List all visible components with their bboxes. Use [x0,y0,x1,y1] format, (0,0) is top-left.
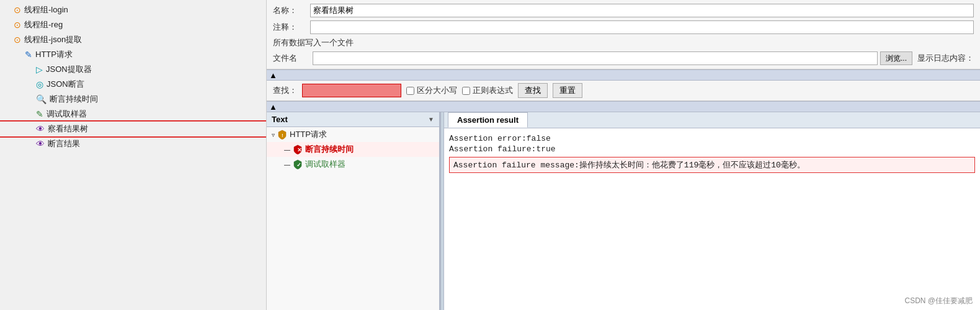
write-all-label: 所有数据写入一个文件 [273,37,354,48]
sidebar-item-http-request[interactable]: ✎ HTTP请求 [0,47,266,62]
case-sensitive-label: 区分大小写 [417,85,457,96]
view-results-icon: 👁 [36,124,45,134]
tree-panel: Text ▼ ▿ ! HTTP请求 — [267,112,440,310]
http-request-icon: ✎ [25,50,32,60]
thread-group-icon: ⊙ [14,35,21,45]
assertion-result-tab[interactable]: Assertion result [448,112,528,128]
sidebar-item-debug-sampler[interactable]: ✎ 调试取样器 [0,107,266,122]
svg-text:!: ! [282,133,283,138]
search-label: 查找： [273,85,297,96]
json-extractor-icon: ▷ [36,64,43,74]
tree-node-http-request[interactable]: ▿ ! HTTP请求 [267,127,439,142]
name-row: 名称： [273,4,974,17]
expand-icon: — [284,146,290,153]
sidebar-label: 断言结果 [48,138,80,149]
arrow-icon-2: ▲ [269,102,277,112]
success-badge: ✓ [293,159,303,169]
thread-group-icon: ⊙ [14,5,21,15]
sidebar-label: 察看结果树 [48,123,88,135]
result-panel: Assertion result Assertion error:false A… [444,112,980,310]
sidebar-label: 调试取样器 [47,108,87,120]
thread-group-icon: ⊙ [14,20,21,30]
sidebar-item-xian-cheng-zu-login[interactable]: ⊙ 线程组-login [0,2,266,17]
sidebar-item-xian-cheng-zu-json[interactable]: ⊙ 线程组-json提取 [0,32,266,47]
section-arrow-1[interactable]: ▲ [267,69,980,81]
comment-input[interactable] [310,20,974,34]
result-content: Assertion error:false Assertion failure:… [444,128,980,310]
json-assert-icon: ◎ [36,79,43,89]
result-line-3: Assertion failure message:操作持续太长时间：他花费了1… [449,157,975,173]
file-row: 文件名 浏览... 显示日志内容： [273,51,974,65]
write-all-row: 所有数据写入一个文件 [273,37,974,48]
expand-icon: ▿ [272,131,275,138]
tree-panel-header: Text ▼ [267,112,439,127]
sidebar-label: 线程组-json提取 [24,34,82,45]
search-input[interactable] [302,84,401,97]
name-label: 名称： [273,5,310,16]
regex-checkbox[interactable] [462,87,470,95]
sort-icon: ▼ [428,116,434,123]
name-input[interactable] [310,4,974,17]
shield-error-icon: ✕ [293,144,303,154]
tree-node-assert-duration[interactable]: — ✕ 断言持续时间 [267,142,439,157]
find-button[interactable]: 查找 [518,83,548,98]
result-line-2: Assertion failure:true [449,144,975,154]
sidebar-item-json-extractor[interactable]: ▷ JSON提取器 [0,62,266,77]
sidebar-label: 线程组-reg [24,19,63,30]
shield-warning-icon: ! [277,130,287,140]
svg-text:✕: ✕ [297,147,302,153]
result-line-1: Assertion error:false [449,133,975,144]
sidebar-label: HTTP请求 [35,49,73,60]
sidebar-label: 断言持续时间 [50,94,98,105]
svg-text:✓: ✓ [296,162,301,168]
warning-badge: ! [277,130,287,140]
arrow-icon: ▲ [269,71,277,80]
sidebar-item-assert-duration[interactable]: 🔍 断言持续时间 [0,92,266,107]
error-badge: ✕ [293,144,303,154]
content-area: Text ▼ ▿ ! HTTP请求 — [267,112,980,310]
shield-success-icon: ✓ [293,159,303,169]
debug-sampler-label: 调试取样器 [305,159,345,170]
file-input[interactable] [313,51,878,65]
case-sensitive-checkbox[interactable] [406,87,414,95]
assert-duration-icon: 🔍 [36,94,47,104]
result-tab-bar: Assertion result [444,112,980,128]
sidebar-item-xian-cheng-zu-reg[interactable]: ⊙ 线程组-reg [0,17,266,32]
section-arrow-2[interactable]: ▲ [267,101,980,112]
expand-icon: — [284,161,290,168]
sidebar-item-json-assert[interactable]: ◎ JSON断言 [0,77,266,92]
browse-button[interactable]: 浏览... [880,51,912,65]
case-sensitive-group: 区分大小写 [406,85,457,96]
assert-result-icon: 👁 [36,139,45,149]
reset-button[interactable]: 重置 [553,83,582,98]
regex-label: 正则表达式 [473,85,513,96]
show-log-label: 显示日志内容： [917,53,974,64]
tree-panel-title: Text [272,115,288,124]
file-label: 文件名 [273,53,310,64]
http-request-label: HTTP请求 [290,129,327,140]
sidebar-label: JSON断言 [47,79,84,90]
assert-duration-label: 断言持续时间 [305,144,354,155]
debug-sampler-icon: ✎ [36,109,43,119]
main-panel: 名称： 注释： 所有数据写入一个文件 文件名 浏览... 显示日志内容： ▲ 查… [267,0,980,310]
sidebar-item-assert-result[interactable]: 👁 断言结果 [0,136,266,151]
watermark: CSDN @佳佳要减肥 [904,296,973,306]
form-section: 名称： 注释： 所有数据写入一个文件 文件名 浏览... 显示日志内容： [267,0,980,69]
search-bar: 查找： 区分大小写 正则表达式 查找 重置 [267,81,980,101]
sidebar: ⊙ 线程组-login ⊙ 线程组-reg ⊙ 线程组-json提取 ✎ HTT… [0,0,267,310]
tree-node-debug-sampler[interactable]: — ✓ 调试取样器 [267,157,439,172]
sidebar-label: JSON提取器 [46,64,92,75]
sidebar-item-view-results-tree[interactable]: 👁 察看结果树 [0,122,266,136]
sidebar-label: 线程组-login [24,4,68,16]
comment-label: 注释： [273,22,310,33]
comment-row: 注释： [273,20,974,34]
regex-group: 正则表达式 [462,85,513,96]
